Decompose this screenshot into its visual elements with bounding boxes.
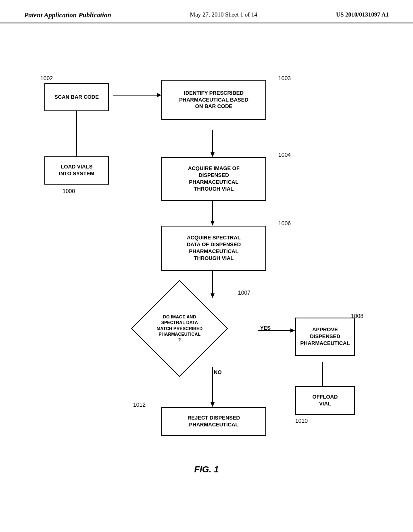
svg-marker-3 [211,152,215,157]
acquire-image-box: ACQUIRE IMAGE OF DISPENSED PHARMACEUTICA… [161,157,266,201]
svg-marker-13 [211,402,215,407]
decision-text: DO IMAGE AND SPECTRAL DATA MATCH PRESCRI… [155,314,204,343]
label-1012: 1012 [133,401,146,408]
label-1006: 1006 [278,220,291,227]
label-1003: 1003 [278,75,291,81]
offload-vial-box: OFFLOAD VIAL [295,386,355,415]
load-vials-box: LOAD VIALS INTO SYSTEM [44,156,109,185]
label-1002: 1002 [40,75,53,81]
svg-marker-5 [211,221,215,226]
yes-label: YES [260,325,271,331]
label-1007: 1007 [238,289,250,296]
fig-caption: FIG. 1 [194,464,219,475]
no-label: NO [214,369,222,375]
page-header: Patent Application Publication May 27, 2… [0,0,413,23]
header-patent-number: US 2010/0131097 A1 [336,11,389,18]
label-1000: 1000 [63,188,75,194]
label-1010: 1010 [295,418,308,424]
diagram-area: 1002 SCAN BAR CODE LOAD VIALS INTO SYSTE… [0,23,413,491]
label-1004: 1004 [278,152,291,158]
identify-pharma-box: IDENTIFY PRESCRIBED PHARMACEUTICAL BASED… [161,80,266,120]
svg-marker-1 [157,93,161,97]
reject-box: REJECT DISPENSED PHARMACEUTICAL [161,407,266,436]
approve-box: APPROVE DISPENSED PHARMACEUTICAL [295,318,355,356]
svg-marker-7 [211,293,215,298]
svg-marker-9 [290,328,295,332]
header-publication-type: Patent Application Publication [24,11,111,19]
header-date-sheet: May 27, 2010 Sheet 1 of 14 [190,11,257,18]
scan-bar-code-box: SCAN BAR CODE [44,83,109,111]
acquire-spectral-box: ACQUIRE SPECTRAL DATA OF DISPENSED PHARM… [161,226,266,271]
